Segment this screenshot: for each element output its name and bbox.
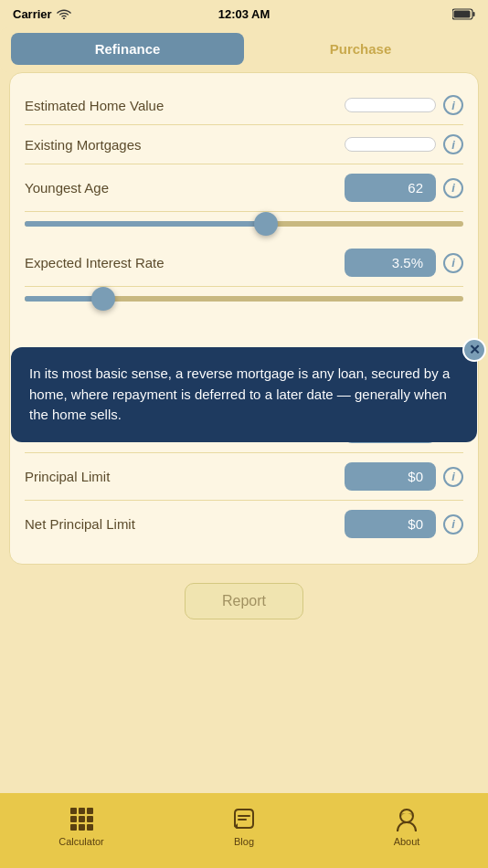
svg-rect-8 — [79, 816, 85, 822]
label-existing-mortgages: Existing Mortgages — [25, 137, 345, 153]
info-youngest-age[interactable]: i — [443, 178, 463, 198]
right-expected-interest-rate: 3.5% i — [345, 249, 463, 277]
bottom-nav: Calculator Blog About — [0, 793, 488, 868]
svg-rect-9 — [87, 816, 93, 822]
report-button[interactable]: Report — [185, 583, 303, 619]
value-estimated-home-value[interactable] — [345, 98, 436, 112]
status-bar: Carrier 12:03 AM — [0, 0, 488, 27]
row-principal-limit: Principal Limit $0 i — [25, 453, 463, 501]
carrier-text: Carrier — [13, 7, 52, 21]
rate-slider-row — [25, 287, 463, 314]
label-estimated-home-value: Estimated Home Value — [25, 98, 345, 113]
label-net-principal-limit: Net Principal Limit — [25, 516, 345, 532]
svg-rect-13 — [238, 815, 250, 817]
svg-rect-11 — [79, 824, 85, 831]
info-principal-limit[interactable]: i — [443, 467, 463, 487]
wifi-icon — [57, 8, 71, 19]
nav-item-blog[interactable]: Blog — [163, 805, 325, 847]
nav-label-blog: Blog — [234, 836, 254, 847]
tooltip-close-button[interactable]: ✕ — [462, 338, 486, 362]
rate-slider-thumb[interactable] — [91, 287, 115, 311]
age-slider-row — [25, 212, 463, 239]
calculator-icon — [68, 805, 95, 832]
row-existing-mortgages: Existing Mortgages i — [25, 125, 463, 164]
svg-rect-4 — [70, 808, 77, 814]
age-slider-track[interactable] — [25, 221, 463, 227]
info-estimated-home-value[interactable]: i — [443, 95, 463, 115]
tab-purchase[interactable]: Purchase — [244, 33, 477, 65]
svg-rect-2 — [473, 12, 475, 16]
svg-rect-14 — [238, 819, 247, 820]
right-estimated-home-value: i — [345, 95, 463, 115]
info-existing-mortgages[interactable]: i — [443, 134, 463, 154]
carrier-label: Carrier — [13, 7, 71, 21]
info-expected-interest-rate[interactable]: i — [443, 253, 463, 273]
age-slider-fill — [25, 221, 266, 227]
battery-area — [452, 8, 475, 20]
tooltip-popup: ✕ In its most basic sense, a reverse mor… — [11, 347, 477, 442]
row-estimated-home-value: Estimated Home Value i — [25, 86, 463, 125]
right-principal-limit: $0 i — [345, 462, 463, 491]
right-net-principal-limit: $0 i — [345, 510, 463, 538]
nav-label-about: About — [394, 836, 420, 847]
svg-rect-7 — [70, 816, 77, 822]
svg-rect-3 — [454, 10, 471, 17]
report-button-wrap: Report — [0, 583, 488, 619]
main-card: Estimated Home Value i Existing Mortgage… — [9, 72, 479, 565]
top-tab-bar: Refinance Purchase — [0, 27, 488, 72]
right-existing-mortgages: i — [345, 134, 463, 154]
row-net-principal-limit: Net Principal Limit $0 i — [25, 501, 463, 547]
svg-point-0 — [62, 17, 64, 19]
svg-rect-12 — [87, 824, 93, 831]
value-existing-mortgages[interactable] — [345, 137, 436, 152]
svg-rect-5 — [79, 808, 85, 814]
value-youngest-age[interactable]: 62 — [345, 174, 436, 202]
value-net-principal-limit: $0 — [345, 510, 436, 538]
label-youngest-age: Youngest Age — [25, 180, 345, 196]
value-principal-limit: $0 — [345, 462, 436, 491]
nav-item-about[interactable]: About — [325, 805, 488, 847]
time-display: 12:03 AM — [218, 7, 271, 21]
svg-rect-10 — [70, 824, 77, 831]
label-expected-interest-rate: Expected Interest Rate — [25, 255, 345, 270]
rate-slider-track[interactable] — [25, 296, 463, 302]
row-expected-interest-rate: Expected Interest Rate 3.5% i — [25, 239, 463, 287]
blog-icon — [230, 805, 258, 832]
nav-item-calculator[interactable]: Calculator — [0, 805, 163, 847]
battery-icon — [452, 8, 475, 20]
nav-label-calculator: Calculator — [58, 836, 104, 847]
right-youngest-age: 62 i — [345, 174, 463, 202]
about-icon — [393, 805, 420, 832]
info-net-principal-limit[interactable]: i — [443, 514, 463, 535]
tab-refinance[interactable]: Refinance — [11, 33, 244, 65]
tooltip-text: In its most basic sense, a reverse mortg… — [29, 365, 450, 422]
age-slider-thumb[interactable] — [254, 212, 278, 236]
label-principal-limit: Principal Limit — [25, 469, 345, 484]
row-youngest-age: Youngest Age 62 i — [25, 164, 463, 212]
svg-rect-6 — [87, 808, 93, 814]
value-expected-interest-rate[interactable]: 3.5% — [345, 249, 436, 277]
